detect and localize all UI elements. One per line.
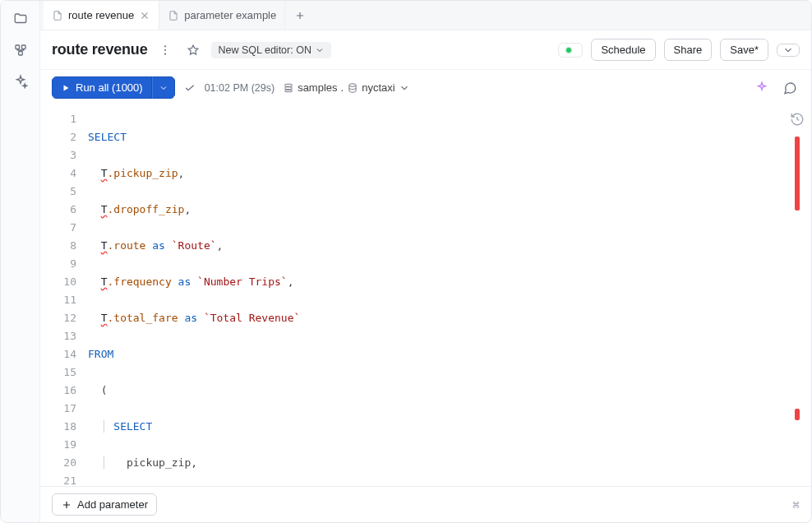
play-icon: [61, 83, 71, 93]
svg-rect-2: [18, 52, 22, 56]
error-marker[interactable]: [795, 409, 800, 420]
code-area[interactable]: SELECT T.pickup_zip, T.dropoff_zip, T.ro…: [85, 105, 783, 486]
comment-icon[interactable]: [780, 78, 800, 98]
svg-rect-7: [285, 86, 292, 89]
file-icon: [52, 10, 63, 21]
star-icon[interactable]: [183, 40, 203, 60]
catalog-name: samples: [298, 81, 337, 94]
error-marker[interactable]: [795, 137, 800, 211]
tab-route-revenue[interactable]: route revenue: [44, 1, 159, 30]
status-dot-icon: [565, 47, 572, 53]
svg-rect-0: [16, 45, 20, 49]
editor: 123456789101112131415161718192021 SELECT…: [40, 105, 811, 486]
run-dropdown-button[interactable]: [152, 76, 175, 99]
svg-rect-1: [21, 45, 25, 49]
run-bar: Run all (1000) 01:02 PM (29s) samples . …: [40, 70, 811, 105]
tab-label: route revenue: [68, 9, 134, 21]
run-label: Run all (1000): [76, 81, 143, 94]
database-icon: [347, 82, 358, 94]
catalog-icon: [283, 82, 294, 94]
add-parameter-button[interactable]: Add parameter: [52, 493, 157, 516]
save-menu-button[interactable]: [777, 44, 800, 57]
tab-bar: route revenue parameter example: [40, 1, 811, 30]
header-bar: route revenue New SQL editor: ON Schedul…: [40, 30, 811, 70]
editor-mode-toggle[interactable]: New SQL editor: ON: [211, 42, 330, 58]
save-button[interactable]: Save*: [720, 39, 768, 61]
share-button[interactable]: Share: [664, 39, 713, 61]
svg-point-4: [164, 49, 166, 50]
svg-rect-8: [285, 90, 292, 91]
sparkle-icon[interactable]: [12, 73, 29, 90]
cluster-status[interactable]: [558, 43, 583, 58]
add-tab-button[interactable]: [285, 1, 315, 30]
run-button[interactable]: Run all (1000): [52, 76, 152, 99]
line-gutter: 123456789101112131415161718192021: [40, 105, 85, 486]
file-icon: [168, 10, 179, 21]
tab-label: parameter example: [184, 9, 276, 21]
main-column: route revenue parameter example route re…: [40, 1, 811, 522]
plus-icon: [61, 499, 72, 511]
close-icon[interactable]: [139, 10, 150, 21]
page-title: route revenue: [52, 41, 147, 58]
schema-name: nyctaxi: [362, 81, 394, 94]
svg-point-5: [164, 53, 166, 54]
run-split-button: Run all (1000): [52, 76, 175, 99]
svg-point-9: [349, 83, 356, 86]
svg-rect-6: [285, 84, 292, 86]
schedule-button[interactable]: Schedule: [591, 39, 655, 61]
chevron-down-icon: [159, 83, 168, 93]
keyboard-shortcut-icon[interactable]: ⌘: [793, 498, 800, 511]
add-parameter-label: Add parameter: [77, 498, 148, 511]
history-icon[interactable]: [790, 112, 805, 127]
kebab-menu-icon[interactable]: [155, 40, 175, 60]
svg-point-3: [164, 45, 166, 47]
right-gutter: [783, 105, 811, 486]
schema-icon[interactable]: [12, 42, 29, 58]
chevron-down-icon: [315, 45, 325, 55]
chevron-down-icon: [782, 44, 794, 56]
last-run-time: 01:02 PM (29s): [205, 82, 275, 94]
footer-bar: Add parameter ⌘: [40, 486, 811, 522]
catalog-selector[interactable]: samples . nyctaxi: [283, 81, 410, 94]
left-rail: [1, 1, 40, 522]
folder-icon[interactable]: [12, 11, 29, 27]
chevron-down-icon: [399, 82, 410, 94]
check-icon: [183, 81, 196, 95]
assistant-icon[interactable]: [752, 78, 772, 98]
tab-parameter-example[interactable]: parameter example: [159, 1, 285, 30]
editor-mode-label: New SQL editor: ON: [218, 44, 311, 56]
